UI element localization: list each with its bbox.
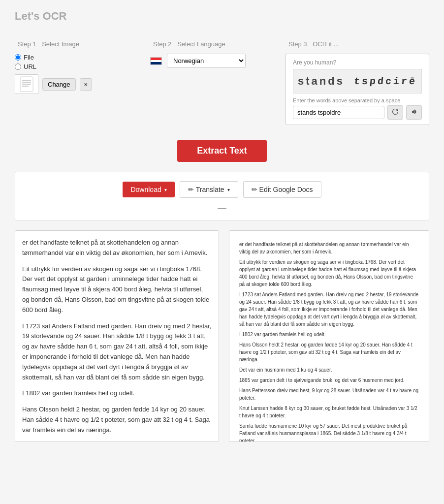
step3-number: Step 3 <box>288 40 307 48</box>
extract-btn-row: Extract Text <box>15 140 429 162</box>
step2-heading: Step 2 Select Language <box>150 37 266 49</box>
image-paragraph: I 1723 sat Anders Fatland med garden. Ha… <box>239 291 419 328</box>
download-chevron-icon: ▾ <box>164 187 167 192</box>
step2-sub: Select Language <box>177 40 225 48</box>
download-button[interactable]: Download ▾ <box>123 182 174 197</box>
action-buttons: Download ▾ ✏ Translate ▾ ✏ Edit Google D… <box>25 181 419 198</box>
captcha-label: Are you human? <box>293 59 422 66</box>
translate-icon: ✏ <box>188 186 194 193</box>
text-paragraph: I 1723 sat Anders Fatland med garden. Ha… <box>22 321 212 383</box>
download-label: Download <box>130 186 161 193</box>
text-paragraph: Hans Olsson heldt 2 hestar, og garden fø… <box>22 405 212 435</box>
translate-chevron-icon: ▾ <box>227 187 230 192</box>
text-paragraph: Det var ein husmann med 1 ku og 4 sauer. <box>22 441 212 442</box>
image-paragraph: Knut Larssen hadde 8 kyr og 30 sauer, og… <box>239 405 419 419</box>
image-paragraph: 1865 var garden delt i to sjølveigande b… <box>239 377 419 384</box>
extract-text-button[interactable]: Extract Text <box>177 140 267 162</box>
radio-url[interactable] <box>15 63 21 70</box>
step3-block: Step 3 OCR it ... Are you human? stands … <box>285 37 429 125</box>
translate-label: Translate <box>196 186 224 193</box>
action-bar: Download ▾ ✏ Translate ▾ ✏ Edit Google D… <box>15 172 429 220</box>
step3-sub: OCR it ... <box>313 40 339 48</box>
radio-url-label[interactable]: URL <box>15 63 130 70</box>
captcha-audio-button[interactable] <box>406 105 422 120</box>
step1-heading: Step 1 Select Image <box>15 37 130 49</box>
file-thumbnail <box>15 74 38 94</box>
step2-number: Step 2 <box>153 40 172 48</box>
image-panel-inner: er det handfaste teiknet på at skottehan… <box>234 236 424 442</box>
captcha-input[interactable] <box>293 106 384 119</box>
step3-heading: Step 3 OCR it ... <box>285 37 429 49</box>
text-paragraph: er det handfaste teiknet på at skottehan… <box>22 238 212 258</box>
image-paragraph: Hans Olsson heldt 2 hestar, og garden fø… <box>239 341 419 363</box>
text-paragraph: I 1802 var garden framleis heil og udelt… <box>22 388 212 399</box>
image-paragraph: Hans Pettersson dreiv med hest, 9 kyr og… <box>239 387 419 402</box>
step1-number: Step 1 <box>18 40 36 48</box>
language-flag <box>150 57 162 65</box>
image-paragraph: Eit uttrykk for verdien av skogen og sag… <box>239 258 419 288</box>
captcha-word2: tspdcirē <box>353 76 417 87</box>
captcha-box: Are you human? stands tspdcirē Enter the… <box>285 54 429 125</box>
step1-block: Step 1 Select Image File URL <box>15 37 130 94</box>
captcha-image: stands tspdcirē <box>293 69 422 94</box>
radio-file-label[interactable]: File <box>15 54 130 61</box>
language-select-wrapper: Norwegian English Swedish Danish German <box>150 54 266 68</box>
remove-file-button[interactable]: × <box>80 78 93 91</box>
captcha-hint: Enter the words above separated by a spa… <box>293 97 422 103</box>
image-paragraph: er det handfaste teiknet på at skottehan… <box>239 241 419 255</box>
image-paragraph: Samla fødde husmannene 10 kyr og 57 saue… <box>239 422 419 442</box>
file-controls: Change × <box>15 74 130 94</box>
image-paragraph: I 1802 var garden framleis heil og udelt… <box>239 331 419 338</box>
image-source-group: File URL <box>15 54 130 70</box>
results-row: er det handfaste teiknet på at skottehan… <box>15 230 429 442</box>
steps-row: Step 1 Select Image File URL <box>15 37 429 125</box>
image-paragraph: Det var ein husmann med 1 ku og 4 sauer. <box>239 366 419 374</box>
image-preview-panel[interactable]: er det handfaste teiknet på at skottehan… <box>229 230 429 442</box>
google-docs-label: Edit Google Docs <box>259 186 313 193</box>
step1-sub: Select Image <box>42 40 79 48</box>
text-paragraph: Eit uttrykk for verdien av skogen og sag… <box>22 264 212 315</box>
scroll-indicator: — <box>25 203 419 213</box>
translate-button[interactable]: ✏ Translate ▾ <box>180 181 238 198</box>
radio-file[interactable] <box>15 54 21 61</box>
app-title: Let's OCR <box>15 10 429 23</box>
captcha-input-row <box>293 105 422 120</box>
language-select[interactable]: Norwegian English Swedish Danish German <box>167 54 246 68</box>
step2-block: Step 2 Select Language Norwegian English… <box>150 37 266 68</box>
google-docs-button[interactable]: ✏ Edit Google Docs <box>243 181 321 198</box>
captcha-refresh-button[interactable] <box>387 105 403 120</box>
change-file-button[interactable]: Change <box>42 78 76 91</box>
extracted-text-panel[interactable]: er det handfaste teiknet på at skottehan… <box>15 230 219 442</box>
captcha-word1: stands <box>298 75 345 88</box>
google-docs-icon: ✏ <box>252 186 257 193</box>
